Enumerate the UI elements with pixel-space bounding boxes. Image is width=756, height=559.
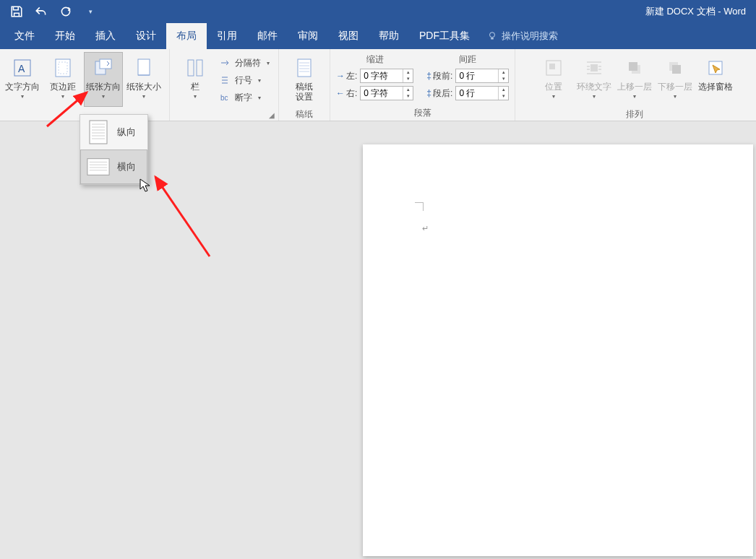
- tab-mailings[interactable]: 邮件: [247, 23, 288, 49]
- margins-icon: [51, 56, 75, 80]
- tab-home[interactable]: 开始: [45, 23, 85, 49]
- size-button[interactable]: 纸张大小 ▾: [124, 52, 163, 107]
- step-up-icon[interactable]: ▴: [499, 69, 508, 76]
- step-up-icon[interactable]: ▴: [499, 87, 508, 93]
- step-down-icon[interactable]: ▾: [403, 93, 413, 100]
- indent-header: 缩进: [336, 53, 413, 66]
- indent-left-input[interactable]: [361, 71, 403, 81]
- wrap-text-icon: [582, 56, 606, 80]
- svg-text:bc: bc: [220, 94, 228, 102]
- breaks-button[interactable]: 分隔符▾: [216, 55, 272, 71]
- space-after-field[interactable]: ▴▾: [455, 86, 509, 100]
- annotation-arrow-1: [43, 87, 94, 130]
- orientation-icon: [91, 56, 116, 80]
- svg-line-23: [47, 92, 87, 126]
- breaks-icon: [219, 57, 231, 69]
- tab-review[interactable]: 审阅: [288, 23, 328, 49]
- step-down-icon[interactable]: ▾: [499, 76, 508, 82]
- redo-icon[interactable]: [59, 5, 72, 18]
- chevron-down-icon: ▾: [258, 77, 261, 84]
- tell-me-search[interactable]: 操作说明搜索: [480, 23, 558, 49]
- wrap-text-button: 环绕文字 ▾: [575, 52, 614, 107]
- orientation-landscape-item[interactable]: 横向: [80, 150, 147, 184]
- tab-file[interactable]: 文件: [4, 23, 45, 49]
- landscape-label: 横向: [117, 160, 136, 173]
- space-before-field[interactable]: ▴▾: [455, 69, 509, 83]
- indent-left-lbl: 左:: [346, 70, 357, 82]
- draft-group-label: 稿纸: [285, 107, 324, 121]
- line-numbers-button[interactable]: 行号▾: [216, 72, 272, 88]
- text-direction-button[interactable]: A 文字方向 ▾: [3, 52, 42, 107]
- step-down-icon[interactable]: ▾: [499, 93, 508, 100]
- group-arrange: 位置 ▾ 环绕文字 ▾ 上移一层 ▾ 下移一层 ▾ 选择窗格: [528, 49, 741, 121]
- indent-right-arrow-icon: ←: [336, 88, 345, 98]
- chevron-down-icon: ▾: [674, 93, 676, 100]
- quick-access-toolbar: ▾: [0, 5, 97, 18]
- tab-pdf-tools[interactable]: PDF工具集: [409, 23, 480, 49]
- tab-references[interactable]: 引用: [207, 23, 247, 49]
- selection-pane-icon: [703, 56, 728, 80]
- svg-rect-8: [138, 59, 150, 75]
- send-backward-icon: [663, 56, 687, 80]
- svg-rect-10: [197, 60, 202, 76]
- arrange-group-label: 排列: [534, 107, 735, 121]
- hyphenation-label: 断字: [235, 92, 252, 104]
- svg-rect-14: [549, 64, 555, 69]
- text-direction-icon: A: [10, 56, 35, 80]
- space-before-lbl: 段前:: [433, 70, 452, 82]
- position-icon: [541, 56, 566, 80]
- bring-forward-button: 上移一层 ▾: [615, 52, 654, 107]
- chevron-down-icon: ▾: [633, 93, 636, 100]
- selection-pane-button[interactable]: 选择窗格: [696, 52, 735, 107]
- columns-button[interactable]: 栏 ▾: [176, 52, 215, 107]
- dialog-launcher-icon[interactable]: ◢: [268, 111, 275, 118]
- title-bar: ▾ 新建 DOCX 文档 - Word: [0, 0, 756, 23]
- group-paragraph: 缩进 间距 →左: ▴▾ ‡段前: ▴▾ ←右: ▴▾ ‡段后: ▴▾: [330, 49, 515, 121]
- tab-insert[interactable]: 插入: [85, 23, 126, 49]
- save-icon[interactable]: [10, 5, 23, 18]
- document-page[interactable]: ↵: [363, 144, 753, 556]
- wrap-label: 环绕文字: [577, 82, 611, 92]
- group-page-setup-2: 栏 ▾ 分隔符▾ 行号▾ bc 断字▾ ◢: [170, 49, 279, 121]
- svg-point-0: [61, 7, 69, 15]
- position-label: 位置: [545, 82, 562, 92]
- chevron-down-icon: ▾: [593, 93, 596, 100]
- qat-customize-icon[interactable]: ▾: [84, 5, 97, 18]
- tab-layout[interactable]: 布局: [166, 23, 207, 49]
- indent-left-field[interactable]: ▴▾: [360, 69, 413, 83]
- portrait-label: 纵向: [117, 126, 136, 139]
- columns-icon: [183, 56, 207, 80]
- svg-rect-9: [188, 60, 194, 76]
- position-button: 位置 ▾: [534, 52, 573, 107]
- indent-right-input[interactable]: [361, 88, 403, 98]
- landscape-icon: [87, 154, 110, 180]
- svg-rect-15: [590, 64, 598, 72]
- tab-view[interactable]: 视图: [328, 23, 369, 49]
- tell-me-label: 操作说明搜索: [502, 30, 558, 43]
- svg-rect-12: [298, 59, 311, 77]
- step-down-icon[interactable]: ▾: [403, 76, 413, 82]
- hyphenation-icon: bc: [219, 92, 231, 103]
- indent-right-field[interactable]: ▴▾: [360, 86, 413, 100]
- space-before-input[interactable]: [456, 71, 498, 81]
- undo-icon[interactable]: [35, 5, 48, 18]
- document-area[interactable]: ↵: [0, 121, 756, 559]
- space-after-input[interactable]: [456, 88, 498, 98]
- tab-design[interactable]: 设计: [126, 23, 166, 49]
- send-backward-button: 下移一层 ▾: [656, 52, 695, 107]
- svg-rect-19: [672, 65, 681, 74]
- text-direction-label: 文字方向: [5, 82, 40, 92]
- space-before-icon: ‡: [426, 71, 431, 81]
- ribbon: A 文字方向 ▾ 页边距 ▾ 纸张方向 ▾: [0, 49, 756, 121]
- draft-paper-button[interactable]: 稿纸 设置: [285, 52, 324, 107]
- step-up-icon[interactable]: ▴: [403, 69, 413, 76]
- svg-rect-7: [100, 59, 111, 69]
- tab-help[interactable]: 帮助: [369, 23, 409, 49]
- lightbulb-icon: [487, 31, 497, 41]
- size-label: 纸张大小: [126, 82, 161, 92]
- margin-indicator: [415, 202, 424, 211]
- hyphenation-button[interactable]: bc 断字▾: [216, 90, 272, 105]
- breaks-label: 分隔符: [235, 57, 261, 69]
- space-after-icon: ‡: [426, 88, 431, 98]
- step-up-icon[interactable]: ▴: [403, 87, 413, 93]
